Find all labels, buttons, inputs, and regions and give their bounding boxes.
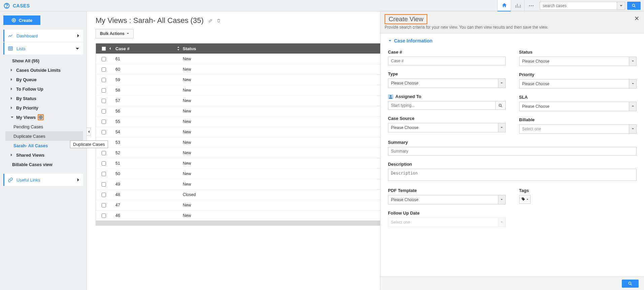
row-checkbox[interactable] <box>102 109 106 114</box>
sidebar-collapse[interactable] <box>87 128 91 136</box>
svg-point-10 <box>390 95 392 97</box>
tags-button[interactable] <box>519 195 531 204</box>
cell-case: 51 <box>115 161 183 166</box>
type-select[interactable]: Please Choose <box>388 78 506 88</box>
chevron-right-icon <box>76 178 80 182</box>
field-status: Status Please Choose <box>519 50 637 66</box>
nav-by-priority[interactable]: By Priority <box>5 103 83 112</box>
nav-lists[interactable]: Lists <box>3 42 83 55</box>
nav-my-views[interactable]: My Views <box>5 112 83 122</box>
nav-tree: Show All (55) Cases Outside Limits By Qu… <box>3 56 83 169</box>
nav-show-all[interactable]: Show All (55) <box>5 56 83 65</box>
nav-dashboard[interactable]: Dashboard <box>3 30 83 42</box>
cell-case: 53 <box>115 140 183 145</box>
status-select[interactable]: Please Choose <box>519 57 637 66</box>
row-checkbox[interactable] <box>102 193 106 197</box>
sla-select[interactable]: Please Choose <box>519 102 637 111</box>
select-all-checkbox[interactable] <box>102 46 106 51</box>
brand: CASES <box>3 2 30 9</box>
cell-case: 52 <box>115 151 183 155</box>
pdf-select[interactable]: Please Choose <box>388 195 506 204</box>
nav-cases-outside[interactable]: Cases Outside Limits <box>5 65 83 75</box>
nav-shared-views[interactable]: Shared Views <box>5 150 83 160</box>
trash-icon[interactable] <box>216 18 221 23</box>
row-checkbox[interactable] <box>102 214 106 218</box>
col-case[interactable]: Case # <box>115 46 183 51</box>
assigned-search-button[interactable] <box>496 101 506 110</box>
more-button[interactable] <box>524 0 538 11</box>
tooltip: Duplicate Cases <box>70 140 108 148</box>
field-case-no: Case # <box>388 50 506 65</box>
svg-point-12 <box>629 282 631 284</box>
field-followup: Follow Up Date Select one <box>388 211 506 227</box>
panel-header: Create View Provide search criteria for … <box>381 11 644 33</box>
nav-dashboard-label: Dashboard <box>16 33 38 38</box>
nav-by-status[interactable]: By Status <box>5 94 83 103</box>
summary-input[interactable] <box>388 147 637 156</box>
assigned-input[interactable] <box>388 101 496 110</box>
cell-case: 46 <box>115 213 183 218</box>
cell-case: 58 <box>115 88 183 93</box>
topbar: CASES <box>0 0 644 11</box>
source-select[interactable]: Please Choose <box>388 123 506 132</box>
cell-case: 56 <box>115 109 183 114</box>
row-checkbox[interactable] <box>102 67 106 72</box>
row-checkbox[interactable] <box>102 130 106 134</box>
priority-select[interactable]: Please Choose <box>519 79 637 89</box>
billable-select[interactable]: Select one <box>519 124 637 134</box>
edit-icon[interactable] <box>208 18 213 23</box>
field-summary: Summary <box>388 140 637 156</box>
create-button[interactable]: Create <box>3 15 40 25</box>
field-tags: Tags <box>519 188 637 204</box>
brand-text: CASES <box>13 3 30 8</box>
cell-case: 49 <box>115 182 183 187</box>
cell-case: 48 <box>115 192 183 197</box>
row-checkbox[interactable] <box>102 203 106 207</box>
charts-button[interactable] <box>511 0 524 11</box>
row-checkbox[interactable] <box>102 99 106 103</box>
row-checkbox[interactable] <box>102 78 106 82</box>
nav-lists-label: Lists <box>16 46 26 51</box>
svg-point-1 <box>6 7 7 7</box>
row-checkbox[interactable] <box>102 182 106 187</box>
search-dropdown[interactable] <box>617 2 625 10</box>
chevron-down-icon <box>75 47 80 50</box>
search-button[interactable] <box>627 2 641 10</box>
add-view-button[interactable] <box>38 114 44 120</box>
cell-case: 60 <box>115 67 183 72</box>
cell-case: 55 <box>115 119 183 124</box>
bulk-actions-button[interactable]: Bulk Actions <box>96 29 134 38</box>
row-checkbox[interactable] <box>102 57 106 61</box>
nav-billable-view[interactable]: Billable Cases view <box>5 160 83 169</box>
nav-useful-links-label: Useful Links <box>16 178 40 183</box>
nav-by-queue[interactable]: By Queue <box>5 75 83 84</box>
home-button[interactable] <box>497 0 511 11</box>
sort-icon[interactable] <box>177 46 180 51</box>
followup-select[interactable]: Select one <box>388 218 506 227</box>
row-checkbox[interactable] <box>102 151 106 155</box>
nav-duplicate-cases[interactable]: Duplicate Cases <box>5 131 83 141</box>
cell-case: 50 <box>115 171 183 176</box>
row-checkbox[interactable] <box>102 88 106 93</box>
row-checkbox[interactable] <box>102 161 106 166</box>
nav-useful-links[interactable]: Useful Links <box>3 174 83 186</box>
cell-case: 61 <box>115 57 183 61</box>
nav-follow-up[interactable]: To Follow Up <box>5 84 83 94</box>
col-case-label: Case # <box>115 46 130 51</box>
svg-point-4 <box>532 5 533 6</box>
field-billable: Billable Select one <box>519 117 637 134</box>
nav-pending-cases[interactable]: Pending Cases <box>5 122 83 131</box>
prev-col-icon[interactable] <box>109 46 115 51</box>
row-checkbox[interactable] <box>102 172 106 176</box>
cell-case: 59 <box>115 77 183 82</box>
description-input[interactable] <box>388 169 637 181</box>
create-label: Create <box>19 18 32 23</box>
close-icon[interactable]: ✕ <box>634 15 639 22</box>
field-type: Type Please Choose <box>388 71 506 88</box>
case-no-input[interactable] <box>388 57 506 65</box>
panel-search-button[interactable] <box>622 280 639 288</box>
section-case-info[interactable]: Case Information <box>388 38 637 43</box>
row-checkbox[interactable] <box>102 120 106 124</box>
search-input[interactable] <box>540 2 617 10</box>
global-search <box>540 2 641 10</box>
